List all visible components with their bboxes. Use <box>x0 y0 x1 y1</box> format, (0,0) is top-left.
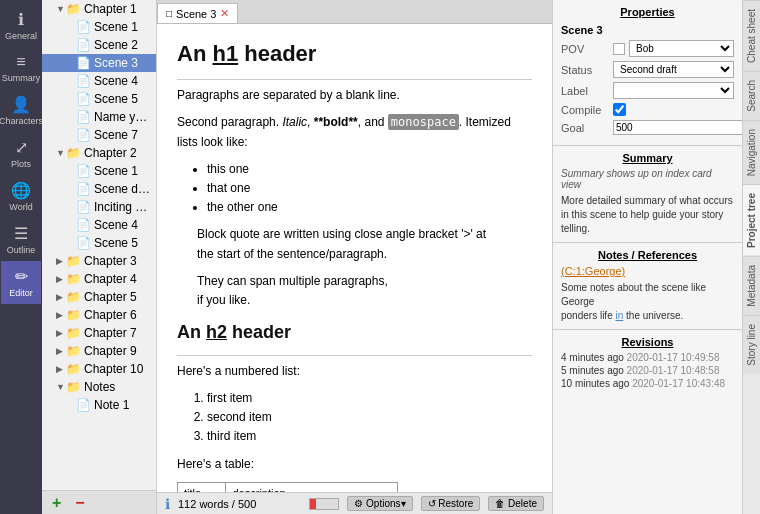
folder-icon-chapter1: 📁 <box>66 2 81 16</box>
characters-icon: 👤 <box>11 95 31 114</box>
editor-content[interactable]: An h1 header Paragraphs are separated by… <box>157 24 552 492</box>
tree-toggle-chapter1[interactable]: ▼ <box>56 4 66 14</box>
list-item: that one <box>207 179 532 198</box>
tree-toggle-chapter4[interactable]: ▶ <box>56 274 66 284</box>
summary-title: Summary <box>561 152 734 164</box>
tree-item-scene1-2[interactable]: 📄 Scene 2 <box>42 36 156 54</box>
folder-icon-chapter3: 📁 <box>66 254 81 268</box>
tree-item-chapter4[interactable]: ▶ 📁 Chapter 4 <box>42 270 156 288</box>
editor-numbered-intro: Here's a numbered list: <box>177 362 532 381</box>
label-select[interactable] <box>613 82 734 99</box>
pov-color-swatch[interactable] <box>613 43 625 55</box>
delete-button[interactable]: 🗑 Delete <box>488 496 544 511</box>
notes-reference: (C:1:George) <box>561 265 734 277</box>
tree-item-inciting[interactable]: 📄 Inciting event <box>42 198 156 216</box>
folder-icon-chapter6: 📁 <box>66 308 81 322</box>
sidebar-item-world[interactable]: 🌐 World <box>1 175 41 218</box>
tree-item-note1[interactable]: 📄 Note 1 <box>42 396 156 414</box>
tree-item-scene2-5[interactable]: 📄 Scene 5 <box>42 234 156 252</box>
tree-item-scene2-1[interactable]: 📄 Scene 1 <box>42 162 156 180</box>
options-button[interactable]: ⚙ Options▾ <box>347 496 412 511</box>
tab-search[interactable]: Search <box>743 71 760 120</box>
tree-item-scene1-7[interactable]: 📄 Scene 7 <box>42 126 156 144</box>
sidebar-item-editor[interactable]: ✏ Editor <box>1 261 41 304</box>
tab-scene3[interactable]: □ Scene 3 ✕ <box>157 3 238 23</box>
tree-toggle-chapter7[interactable]: ▶ <box>56 328 66 338</box>
tree-label-chapter1: Chapter 1 <box>84 2 137 16</box>
tree-label-note1: Note 1 <box>94 398 129 412</box>
tree-label-chapter4: Chapter 4 <box>84 272 137 286</box>
list-item: this one <box>207 160 532 179</box>
tree-item-scene1-4[interactable]: 📄 Scene 4 <box>42 72 156 90</box>
tree-item-scene2-4[interactable]: 📄 Scene 4 <box>42 216 156 234</box>
tree-label-chapter9: Chapter 9 <box>84 344 137 358</box>
editor-para2: Second paragraph. Italic, **bold**, and … <box>177 113 532 151</box>
tree-item-names[interactable]: 📄 Name your s... <box>42 108 156 126</box>
tree-toggle-chapter10[interactable]: ▶ <box>56 364 66 374</box>
doc-icon-scene1-7: 📄 <box>76 128 91 142</box>
editor-divider-2 <box>177 355 532 356</box>
sidebar-item-summary[interactable]: ≡ Summary <box>1 47 41 89</box>
sidebar-item-outline[interactable]: ☰ Outline <box>1 218 41 261</box>
tree-item-scene1-1[interactable]: 📄 Scene 1 <box>42 18 156 36</box>
doc-icon-scene2-4: 📄 <box>76 218 91 232</box>
tab-storyline[interactable]: Story line <box>743 315 760 374</box>
compile-checkbox[interactable] <box>613 103 626 116</box>
status-select[interactable]: Second draft <box>613 61 734 78</box>
tree-add-button[interactable]: + <box>48 494 65 512</box>
tab-label-scene3: Scene 3 <box>176 8 216 20</box>
tree-item-chapter6[interactable]: ▶ 📁 Chapter 6 <box>42 306 156 324</box>
tree-label-scene1-7: Scene 7 <box>94 128 138 142</box>
pov-select[interactable]: Bob <box>629 40 734 57</box>
tree-item-chapter2[interactable]: ▼ 📁 Chapter 2 <box>42 144 156 162</box>
sidebar-label-plots: Plots <box>11 159 31 169</box>
sidebar-item-characters[interactable]: 👤 Characters <box>1 89 41 132</box>
sidebar-label-summary: Summary <box>2 73 41 83</box>
restore-button[interactable]: ↺ Restore <box>421 496 481 511</box>
folder-icon-chapter9: 📁 <box>66 344 81 358</box>
notes-link[interactable]: in <box>615 310 623 321</box>
tab-navigation[interactable]: Navigation <box>743 120 760 184</box>
sidebar-item-general[interactable]: ℹ General <box>1 4 41 47</box>
tree-item-scene-descri[interactable]: 📄 Scene descri... <box>42 180 156 198</box>
tree-item-chapter7[interactable]: ▶ 📁 Chapter 7 <box>42 324 156 342</box>
list-item: third item <box>207 427 532 446</box>
doc-icon-scene1-5: 📄 <box>76 92 91 106</box>
compile-row: Compile <box>561 103 734 116</box>
tree-toggle-chapter6[interactable]: ▶ <box>56 310 66 320</box>
summary-description: More detailed summary of what occurs in … <box>561 194 734 236</box>
tree-item-chapter3[interactable]: ▶ 📁 Chapter 3 <box>42 252 156 270</box>
tree-item-scene1-5[interactable]: 📄 Scene 5 <box>42 90 156 108</box>
info-icon[interactable]: ℹ <box>165 496 170 512</box>
sidebar-item-plots[interactable]: ⤢ Plots <box>1 132 41 175</box>
tab-metadata[interactable]: Metadata <box>743 256 760 315</box>
revision-time-2: 5 minutes ago <box>561 365 624 376</box>
tree-label-scene1-3: Scene 3 <box>94 56 138 70</box>
tree-item-notes[interactable]: ▼ 📁 Notes <box>42 378 156 396</box>
tree-label-scene1-4: Scene 4 <box>94 74 138 88</box>
tree-toggle-notes[interactable]: ▼ <box>56 382 66 392</box>
tree-label-scene1-1: Scene 1 <box>94 20 138 34</box>
tree-item-chapter5[interactable]: ▶ 📁 Chapter 5 <box>42 288 156 306</box>
tab-projecttree[interactable]: Project tree <box>743 184 760 256</box>
tree-item-chapter1[interactable]: ▼ 📁 Chapter 1 <box>42 0 156 18</box>
tab-cheatsheet[interactable]: Cheat sheet <box>743 0 760 71</box>
notes-ref-text: (C:1:George) <box>561 265 625 277</box>
tree-label-chapter7: Chapter 7 <box>84 326 137 340</box>
progress-fill <box>310 499 316 509</box>
doc-icon-note1: 📄 <box>76 398 91 412</box>
folder-icon-chapter7: 📁 <box>66 326 81 340</box>
tree-item-scene1-3[interactable]: 📄 Scene 3 <box>42 54 156 72</box>
tree-label-scene1-2: Scene 2 <box>94 38 138 52</box>
tree-item-chapter10[interactable]: ▶ 📁 Chapter 10 <box>42 360 156 378</box>
tree-toggle-chapter5[interactable]: ▶ <box>56 292 66 302</box>
editor-table: titledescription ---------------- firsts… <box>177 482 398 492</box>
tree-toggle-chapter2[interactable]: ▼ <box>56 148 66 158</box>
tree-item-chapter9[interactable]: ▶ 📁 Chapter 9 <box>42 342 156 360</box>
tree-remove-button[interactable]: − <box>71 494 88 512</box>
tree-toggle-chapter3[interactable]: ▶ <box>56 256 66 266</box>
editor-area: □ Scene 3 ✕ An h1 header Paragraphs are … <box>157 0 552 514</box>
goal-input[interactable] <box>613 120 742 135</box>
tab-close-scene3[interactable]: ✕ <box>220 7 229 20</box>
tree-toggle-chapter9[interactable]: ▶ <box>56 346 66 356</box>
